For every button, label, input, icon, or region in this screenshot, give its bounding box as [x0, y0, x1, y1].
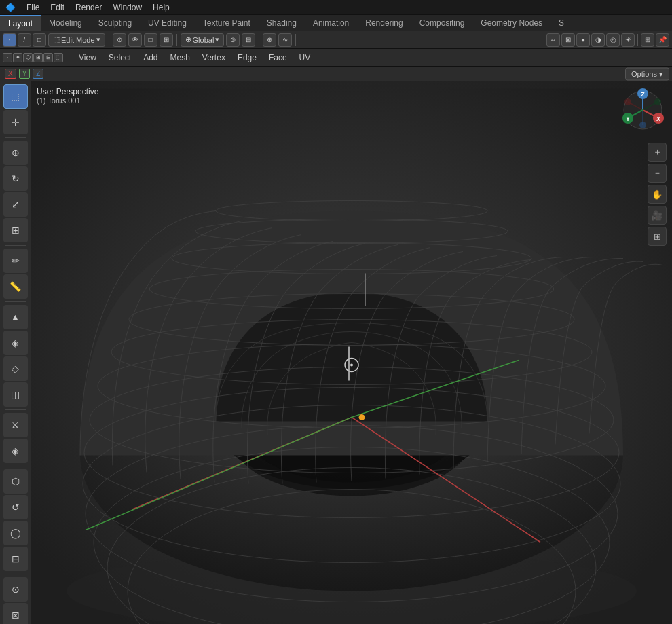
- pin-btn[interactable]: 📌: [656, 33, 669, 47]
- x-axis-btn[interactable]: X: [5, 69, 16, 79]
- tab-sculpting[interactable]: Sculpting: [90, 15, 140, 31]
- zoom-out-btn[interactable]: －: [648, 164, 667, 183]
- scale-tool[interactable]: ⤢: [3, 192, 28, 217]
- viewport-canvas[interactable]: User Perspective (1) Torus.001 Z: [31, 81, 672, 624]
- annotate-tool[interactable]: ✏: [3, 249, 28, 273]
- loop-cut-tool[interactable]: ◫: [3, 382, 28, 407]
- falloff-type-btn[interactable]: ∿: [278, 33, 292, 47]
- tab-compositing[interactable]: Compositing: [411, 15, 473, 31]
- tab-animation[interactable]: Animation: [305, 15, 357, 31]
- header-toolbar: · / □ ⬚ Edit Mode ▾ ⊙ 👁 □ ⊞ ⊕ Global ▾ ⊙…: [0, 31, 672, 49]
- smooth-tool[interactable]: ◯: [3, 521, 28, 545]
- face-select-mode-btn[interactable]: □: [33, 33, 46, 47]
- viewport[interactable]: User Perspective (1) Torus.001 Z: [31, 81, 672, 624]
- file-menu[interactable]: File: [21, 1, 45, 14]
- toolbar-sep-2: [176, 34, 177, 46]
- select-menu-btn[interactable]: Select: [105, 51, 135, 65]
- push-pull-tool[interactable]: ⊠: [3, 603, 28, 624]
- transform-tool[interactable]: ⊞: [3, 218, 28, 242]
- edge-menu-btn[interactable]: Edge: [234, 51, 261, 65]
- toolbar-sep-1: [109, 34, 109, 46]
- global-transform-btn[interactable]: ⊕ Global ▾: [181, 33, 225, 47]
- solid-view-btn[interactable]: ●: [576, 33, 590, 47]
- tab-layout[interactable]: Layout: [0, 15, 41, 31]
- inset-tool[interactable]: ◈: [3, 331, 28, 355]
- bevel-tool[interactable]: ◇: [3, 356, 28, 381]
- edge-slide-tool[interactable]: ⊟: [3, 547, 28, 571]
- pan-btn[interactable]: ✋: [648, 185, 667, 204]
- zoom-in-btn[interactable]: ＋: [648, 143, 667, 162]
- mode-select-icons: · / □: [3, 33, 46, 47]
- render-menu[interactable]: Render: [70, 1, 107, 14]
- edit-menu[interactable]: Edit: [45, 1, 70, 14]
- ortho-view-btn[interactable]: ⊞: [648, 227, 667, 246]
- knife-tool[interactable]: ⚔: [3, 413, 28, 437]
- edit-mode-dropdown[interactable]: ⬚ Edit Mode ▾: [48, 33, 105, 47]
- material-view-btn[interactable]: ◑: [591, 33, 605, 47]
- spin-tool[interactable]: ↺: [3, 495, 28, 519]
- proportional-edit-btn[interactable]: ⊙: [113, 33, 126, 47]
- help-menu[interactable]: Help: [147, 1, 175, 14]
- mesh-menu-btn[interactable]: Mesh: [166, 51, 194, 65]
- tab-scripting[interactable]: S: [550, 15, 572, 31]
- gizmo-svg: Z X Y: [621, 88, 665, 132]
- shrink-tool[interactable]: ⊙: [3, 577, 28, 602]
- eevee-btn[interactable]: ☀: [621, 33, 635, 47]
- svg-text:Z: Z: [641, 91, 645, 98]
- camera-view-btn[interactable]: 🎥: [648, 206, 667, 225]
- global-dropdown: ▾: [215, 35, 219, 44]
- torus-viewport-svg: [31, 81, 672, 624]
- y-axis-btn[interactable]: Y: [19, 69, 31, 79]
- options-button[interactable]: Options ▾: [625, 67, 669, 80]
- poly-build-tool[interactable]: ⬡: [3, 469, 28, 494]
- tab-texture-paint[interactable]: Texture Paint: [195, 15, 259, 31]
- cursor-tool[interactable]: ✛: [3, 110, 28, 134]
- bisect-tool[interactable]: ◈: [3, 439, 28, 463]
- window-menu[interactable]: Window: [107, 1, 147, 14]
- toolbar-sep-5: [637, 34, 638, 46]
- vertex-menu-btn[interactable]: Vertex: [198, 51, 229, 65]
- view-btn[interactable]: 👁: [128, 33, 142, 47]
- vertex-select-mode-btn[interactable]: ·: [3, 33, 16, 47]
- overlay-display-2[interactable]: ⊞: [160, 33, 173, 47]
- svg-text:Y: Y: [625, 115, 629, 122]
- z-axis-btn[interactable]: Z: [33, 69, 43, 79]
- proportional-btn[interactable]: ⊕: [263, 33, 276, 47]
- add-menu-btn[interactable]: Add: [139, 51, 162, 65]
- tab-uv-editing[interactable]: UV Editing: [140, 15, 195, 31]
- tab-rendering[interactable]: Rendering: [357, 15, 411, 31]
- tool-sep-4: [5, 409, 26, 410]
- extrude-tool[interactable]: ▲: [3, 305, 28, 329]
- main-layout: ⬚ ✛ ⊕ ↻ ⤢ ⊞ ✏ 📏 ▲ ◈ ◇ ◫ ⚔ ◈ ⬡ ↺ ◯ ⊟ ⊙ ⊠: [0, 81, 672, 624]
- toolbar-sep-4: [295, 34, 296, 46]
- overlay-display-1[interactable]: □: [144, 33, 157, 47]
- render-view-btn[interactable]: ◎: [606, 33, 620, 47]
- tool-sep-1: [5, 137, 26, 138]
- blender-menu[interactable]: 🔷: [0, 1, 21, 14]
- uv-menu-btn[interactable]: UV: [295, 51, 315, 65]
- mirror-btn[interactable]: ↔: [546, 33, 560, 47]
- tool-sep-2: [5, 245, 26, 246]
- snap-btn[interactable]: ⊙: [226, 33, 240, 47]
- rotate-tool[interactable]: ↻: [3, 166, 28, 191]
- xray-btn[interactable]: ⊠: [561, 33, 575, 47]
- tool-sep-6: [5, 574, 26, 574]
- workspace-tabs: Layout Modeling Sculpting UV Editing Tex…: [0, 15, 672, 31]
- editor-type-btn[interactable]: ⊞: [641, 33, 654, 47]
- snap-element-btn[interactable]: ⊟: [242, 33, 255, 47]
- svg-point-24: [350, 364, 353, 367]
- tool-sep-3: [5, 301, 26, 302]
- tab-modeling[interactable]: Modeling: [41, 15, 90, 31]
- select-box-tool[interactable]: ⬚: [3, 84, 28, 109]
- measure-tool[interactable]: 📏: [3, 274, 28, 299]
- global-label: Global: [193, 36, 214, 44]
- transform-arrows-icon: ⊕: [185, 35, 191, 44]
- tab-geometry-nodes[interactable]: Geometry Nodes: [472, 15, 550, 31]
- navigation-gizmo[interactable]: Z X Y: [619, 88, 667, 139]
- view-menu-btn[interactable]: View: [75, 51, 100, 65]
- tab-shading[interactable]: Shading: [259, 15, 305, 31]
- move-tool[interactable]: ⊕: [3, 141, 28, 165]
- edge-select-mode-btn[interactable]: /: [18, 33, 31, 47]
- face-menu-btn[interactable]: Face: [265, 51, 291, 65]
- svg-point-36: [639, 122, 646, 128]
